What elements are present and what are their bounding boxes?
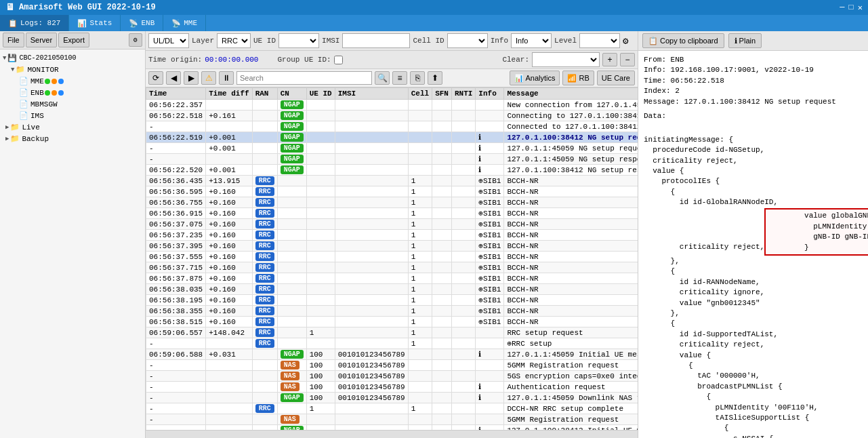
rb-icon: 📶 bbox=[567, 74, 577, 82]
level-select[interactable] bbox=[579, 33, 620, 48]
sidebar-item-mme[interactable]: 📄 MME bbox=[0, 75, 145, 87]
dot-orange-enb bbox=[51, 90, 57, 96]
table-row[interactable]: -RRC11DCCH-NR RRC setup complete bbox=[146, 403, 638, 414]
col-sfn[interactable]: SFN bbox=[432, 88, 452, 100]
table-row[interactable]: -NAS100001010123456789ℹAuthentication re… bbox=[146, 382, 638, 393]
copy-icon: 📋 bbox=[648, 37, 658, 45]
file-btn[interactable]: File bbox=[3, 33, 24, 47]
maximize-btn[interactable]: □ bbox=[849, 3, 854, 12]
minus-btn[interactable]: − bbox=[620, 53, 635, 66]
table-row[interactable]: -NGAPℹ127.0.1.1:45059 NG setup response bbox=[146, 154, 638, 165]
table-row[interactable]: 06:56:37.875+0.160RRC1⊕SIB1BCCH-NR bbox=[146, 273, 638, 284]
folder-icon-live: 📁 bbox=[10, 123, 20, 132]
table-row[interactable]: -NGAPℹ127.0.1.100:38412 Initial UE messa… bbox=[146, 425, 638, 431]
settings-icon[interactable]: ⚙ bbox=[623, 35, 628, 47]
table-row[interactable]: -NGAPConnected to 127.0.1.100:38412 bbox=[146, 121, 638, 132]
export-icon-btn[interactable]: ⬆ bbox=[428, 71, 442, 85]
ue-care-btn[interactable]: UE Care bbox=[597, 71, 635, 85]
title-bar: 🖥 Amarisoft Web GUI 2022-10-19 ─ □ ✕ bbox=[0, 0, 868, 15]
col-rnti[interactable]: RNTI bbox=[451, 88, 475, 100]
server-btn[interactable]: Server bbox=[26, 33, 57, 47]
export-btn[interactable]: Export bbox=[58, 33, 89, 47]
imsi-input[interactable] bbox=[342, 33, 410, 48]
table-row[interactable]: 06:59:06.557+148.042RRC11RRC setup reque… bbox=[146, 327, 638, 338]
search-input[interactable] bbox=[236, 71, 372, 85]
file-icon-mbmsgw: 📄 bbox=[19, 100, 28, 108]
filter-btn[interactable]: ≡ bbox=[392, 71, 407, 85]
plain-btn[interactable]: ℹ Plain bbox=[728, 33, 762, 48]
table-row[interactable]: 06:56:38.515+0.160RRC1⊕SIB1BCCH-NR bbox=[146, 317, 638, 327]
rb-btn[interactable]: 📶 RB bbox=[562, 71, 594, 85]
mme-icon: 📡 bbox=[171, 19, 181, 28]
backup-label: Backup bbox=[22, 135, 49, 143]
table-row[interactable]: 06:56:37.075+0.160RRC1⊕SIB1BCCH-NR bbox=[146, 219, 638, 230]
sidebar-item-backup[interactable]: ▶ 📁 Backup bbox=[0, 133, 145, 144]
clear-select[interactable] bbox=[532, 52, 600, 67]
next-btn[interactable]: ▶ bbox=[184, 71, 199, 85]
table-row[interactable]: 06:56:36.915+0.160RRC1⊕SIB1BCCH-NR bbox=[146, 208, 638, 219]
add-btn[interactable]: + bbox=[602, 53, 617, 66]
col-imsi[interactable]: IMSI bbox=[335, 88, 408, 100]
table-row[interactable]: 06:56:36.755+0.160RRC1⊕SIB1BCCH-NR bbox=[146, 197, 638, 208]
tab-enb[interactable]: 📡 ENB bbox=[121, 15, 163, 31]
search-icon-btn[interactable]: 🔍 bbox=[375, 71, 390, 85]
log-table-container[interactable]: Time Time diff RAN CN UE ID IMSI Cell SF… bbox=[146, 87, 638, 430]
table-row[interactable]: 06:56:38.195+0.160RRC1⊕SIB1BCCH-NR bbox=[146, 295, 638, 306]
group-ue-checkbox[interactable] bbox=[334, 56, 343, 64]
tab-stats[interactable]: 📊 Stats bbox=[69, 15, 121, 31]
sidebar-item-live[interactable]: ▶ 📁 Live bbox=[0, 121, 145, 133]
table-row[interactable]: -+0.001NGAPℹ127.0.1.1:45059 NG setup req… bbox=[146, 143, 638, 154]
tab-mme[interactable]: 📡 MME bbox=[163, 15, 206, 31]
mode-select[interactable]: UL/DL bbox=[148, 33, 189, 48]
bottom-scrollbar[interactable] bbox=[146, 430, 638, 438]
table-row[interactable]: -NAS5GMM Registration request bbox=[146, 414, 638, 425]
sidebar-action-btn[interactable]: ⚙ bbox=[129, 33, 142, 47]
table-row[interactable]: 06:56:37.235+0.160RRC1⊕SIB1BCCH-NR bbox=[146, 230, 638, 241]
ue-id-select[interactable] bbox=[278, 33, 319, 48]
table-row[interactable]: 06:56:22.518+0.161NGAPConnecting to 127.… bbox=[146, 111, 638, 121]
table-row[interactable]: 06:56:22.520+0.001NGAPℹ127.0.1.100:38412… bbox=[146, 165, 638, 176]
table-row[interactable]: 06:56:38.035+0.160RRC1⊕SIB1BCCH-NR bbox=[146, 284, 638, 295]
sidebar-item-ims[interactable]: 📄 IMS bbox=[0, 110, 145, 121]
table-row[interactable]: 06:56:37.715+0.160RRC1⊕SIB1BCCH-NR bbox=[146, 262, 638, 273]
copy-btn[interactable]: ⎘ bbox=[410, 71, 425, 85]
table-row[interactable]: -RRC1⊕RRC setup bbox=[146, 338, 638, 349]
layer-select[interactable]: RRC bbox=[217, 33, 251, 48]
sidebar-item-mbmsgw[interactable]: 📄 MBMSGW bbox=[0, 98, 145, 110]
table-row[interactable]: -NAS1000010101234567895GS encryption cap… bbox=[146, 371, 638, 382]
sidebar-item-enb[interactable]: 📄 ENB bbox=[0, 87, 145, 98]
table-row[interactable]: 06:56:36.595+0.160RRC1⊕SIB1BCCH-NR bbox=[146, 186, 638, 197]
table-row[interactable]: -NGAP100001010123456789ℹ127.0.1.1:45059 … bbox=[146, 393, 638, 403]
col-cell[interactable]: Cell bbox=[408, 88, 432, 100]
analytics-btn[interactable]: 📊 Analytics bbox=[510, 71, 560, 85]
sidebar-item-root[interactable]: ▼ 💾 CBC-2021050100 bbox=[0, 52, 145, 64]
level-label: Level bbox=[554, 37, 577, 45]
prev-btn[interactable]: ◀ bbox=[166, 71, 181, 85]
col-ueid[interactable]: UE ID bbox=[306, 88, 335, 100]
col-message[interactable]: Message bbox=[504, 88, 638, 100]
col-ran[interactable]: RAN bbox=[252, 88, 277, 100]
col-time[interactable]: Time bbox=[146, 88, 206, 100]
app-title: Amarisoft Web GUI 2022-10-19 bbox=[19, 3, 156, 12]
cell-id-select[interactable] bbox=[447, 33, 488, 48]
col-cn[interactable]: CN bbox=[277, 88, 306, 100]
table-row[interactable]: -NAS1000010101234567895GMM Registration … bbox=[146, 360, 638, 371]
info-select[interactable]: Info bbox=[511, 33, 552, 48]
col-diff[interactable]: Time diff bbox=[206, 88, 252, 100]
table-row[interactable]: 06:56:22.357NGAPNew connection from 127.… bbox=[146, 100, 638, 111]
col-info[interactable]: Info bbox=[476, 88, 504, 100]
warning-btn[interactable]: ⚠ bbox=[201, 71, 216, 85]
refresh-btn[interactable]: ⟳ bbox=[148, 71, 163, 85]
tab-logs[interactable]: 📋 Logs: 827 bbox=[0, 15, 69, 31]
table-row[interactable]: 06:56:22.519+0.001NGAPℹ127.0.1.100:38412… bbox=[146, 132, 638, 143]
table-row[interactable]: 06:56:38.355+0.160RRC1⊕SIB1BCCH-NR bbox=[146, 306, 638, 317]
table-row[interactable]: 06:56:37.555+0.160RRC1⊕SIB1BCCH-NR bbox=[146, 252, 638, 262]
sidebar-item-monitor[interactable]: ▼ 📁 MONITOR bbox=[0, 64, 145, 75]
pause-btn[interactable]: ⏸ bbox=[219, 71, 234, 85]
table-row[interactable]: 06:56:36.435+13.915RRC1⊕SIB1BCCH-NR bbox=[146, 176, 638, 186]
table-row[interactable]: 06:59:06.588+0.031NGAP100001010123456789… bbox=[146, 349, 638, 360]
close-btn[interactable]: ✕ bbox=[858, 3, 863, 13]
copy-to-clipboard-btn[interactable]: 📋 Copy to clipboard bbox=[642, 33, 724, 48]
table-row[interactable]: 06:56:37.395+0.160RRC1⊕SIB1BCCH-NR bbox=[146, 241, 638, 252]
minimize-btn[interactable]: ─ bbox=[840, 3, 844, 12]
